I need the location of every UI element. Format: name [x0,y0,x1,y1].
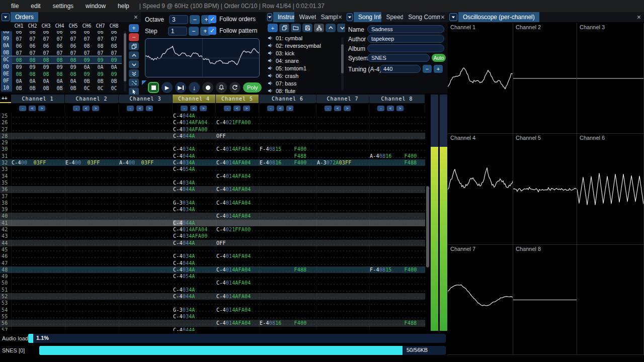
pattern-cell[interactable]: C-4034A....... [173,266,216,273]
pattern-cell[interactable]: ................. [316,186,369,193]
pattern-cell[interactable]: .............. [173,300,216,306]
pattern-cell[interactable]: ................. [316,166,369,172]
order-cell[interactable]: 08 [66,71,80,77]
order-cell[interactable]: 09 [66,64,80,70]
pattern-cell[interactable]: ................. [119,287,173,293]
channel-collapse-button[interactable]: - [19,106,26,111]
pattern-cell[interactable]: ................. [316,253,369,259]
pattern-cell[interactable]: ................. [11,213,65,219]
instrument-item[interactable]: 04: snare [267,57,340,64]
order-cell[interactable]: 07 [53,36,66,42]
pattern-cell[interactable]: ................... [259,193,316,200]
pattern-cell[interactable]: ................. [11,220,65,226]
order-cell[interactable]: 08 [80,43,94,49]
instrument-duplicate-button[interactable] [279,24,289,32]
pattern-cell[interactable]: ................. [11,133,65,139]
pattern-cell[interactable]: ................. [316,280,369,286]
pattern-cell[interactable]: ................... [259,260,316,266]
pattern-cell[interactable]: C-4044A....... [173,327,216,331]
close-icon[interactable]: × [338,14,342,21]
order-cell[interactable]: 09 [39,64,53,70]
pattern-cell[interactable]: ................. [316,240,369,246]
pattern-row-49[interactable]: 49......................................… [0,273,425,280]
order-cell[interactable]: 09 [107,71,121,77]
instrument-open-button[interactable] [291,24,301,32]
pattern-cell[interactable]: ................. [119,113,173,119]
order-row-0A[interactable]: 0A0606060606080808 [1,42,122,49]
order-cell[interactable]: 09 [94,57,107,63]
order-cell[interactable]: 09 [80,71,94,77]
pattern-cell[interactable]: .................. [369,246,425,253]
pattern-cell[interactable]: ................. [65,126,119,133]
pattern-channel-header-3[interactable]: Channel 3 [119,95,173,103]
pattern-cell[interactable]: ................. [11,300,65,306]
pattern-cell[interactable]: .................. [369,307,425,313]
pattern-cell[interactable]: F-40815....F400.... [259,146,316,152]
pattern-cell[interactable]: ................. [119,206,173,213]
pattern-cell[interactable]: ................. [119,179,173,186]
pattern-cell[interactable]: C-4034A....... [173,313,216,320]
pattern-cell[interactable]: .............. [216,126,259,133]
octave-input[interactable]: 3 [169,15,188,24]
pattern-cell[interactable]: C-4014AFA04... [216,200,259,206]
metronome-button[interactable] [216,82,227,93]
order-cell[interactable]: 0B [94,78,107,84]
pattern-cell[interactable]: C-4014AFA04... [216,280,259,286]
order-cell[interactable]: 09 [12,64,26,70]
pattern-cell[interactable]: ................. [316,293,369,300]
instrument-folder-view-button[interactable] [314,24,324,32]
pattern-cell[interactable]: ................. [11,166,65,172]
pattern-cell[interactable]: C-400..03FF...... [11,159,65,166]
pattern-cell[interactable]: C-4034A....... [173,206,216,213]
pattern-cell[interactable]: ................... [259,307,316,313]
pattern-cell[interactable]: ................. [11,307,65,313]
pattern-cell[interactable]: .................. [369,273,425,280]
pattern-cell[interactable]: ................. [11,126,65,133]
pattern-cell[interactable]: ................. [11,246,65,253]
pattern-cell[interactable]: ................. [316,213,369,219]
pattern-cell[interactable]: A-3072A03FF...... [316,159,369,166]
order-cell[interactable]: 0A [94,64,107,70]
instrument-item[interactable]: 02: reversecymbal [267,42,340,49]
pattern-cell[interactable]: C-4044A....... [173,220,216,226]
pattern-cell[interactable]: ................... [259,213,316,219]
pattern-channel-header-8[interactable]: Channel 8 [369,95,425,103]
pattern-row-37[interactable]: 37......................................… [0,193,425,200]
pattern-cell[interactable]: ................... [259,300,316,306]
pattern-cell[interactable]: ................. [316,179,369,186]
channel-move-right-button[interactable]: > [344,106,351,111]
menu-item-help[interactable]: help [112,3,135,10]
pattern-cell[interactable]: C-4054A....... [173,166,216,172]
order-cell[interactable]: 0B [66,85,80,91]
pattern-cell[interactable]: ................. [316,320,369,326]
pattern-cell[interactable]: ................. [119,153,173,159]
order-cell[interactable]: 09 [94,71,107,77]
pattern-cell[interactable]: ................. [65,280,119,286]
pattern-cell[interactable]: ................. [65,240,119,246]
pattern-cell[interactable]: F-40815....F400... [369,266,425,273]
pattern-row-55[interactable]: 55......................................… [0,313,425,320]
order-cell[interactable]: 0C [107,85,121,91]
pattern-cell[interactable]: .............. [173,246,216,253]
order-row-10[interactable]: 100B0B0B0B0B0C0C0C [1,84,122,92]
pattern-cell[interactable]: .................. [369,146,425,152]
pattern-cell[interactable]: ................. [11,173,65,179]
close-icon[interactable]: × [637,14,641,21]
order-cell[interactable]: 0A [107,64,121,70]
pattern-cell[interactable]: ................. [119,193,173,200]
channel-move-right-button[interactable]: > [396,106,404,111]
order-cell[interactable]: 0A [66,78,80,84]
channel-move-right-button[interactable]: > [243,106,250,111]
song-system-input[interactable]: SNES [367,54,430,62]
order-cell[interactable]: 06 [26,43,39,49]
step-input[interactable]: 1 [168,27,187,36]
pattern-cell[interactable]: ................. [11,139,65,146]
pattern-cell[interactable]: C-4034A....... [173,287,216,293]
pattern-cell[interactable]: C-4014AFA04... [216,173,259,179]
channel-move-right-button[interactable]: > [38,106,45,111]
pattern-cell[interactable]: G-3034A....... [173,200,216,206]
order-cell[interactable]: 09 [53,64,66,70]
pattern-cell[interactable]: ................. [11,327,65,331]
tab-song-info[interactable]: Song Info [354,12,381,22]
pattern-cell[interactable]: ................. [11,260,65,266]
